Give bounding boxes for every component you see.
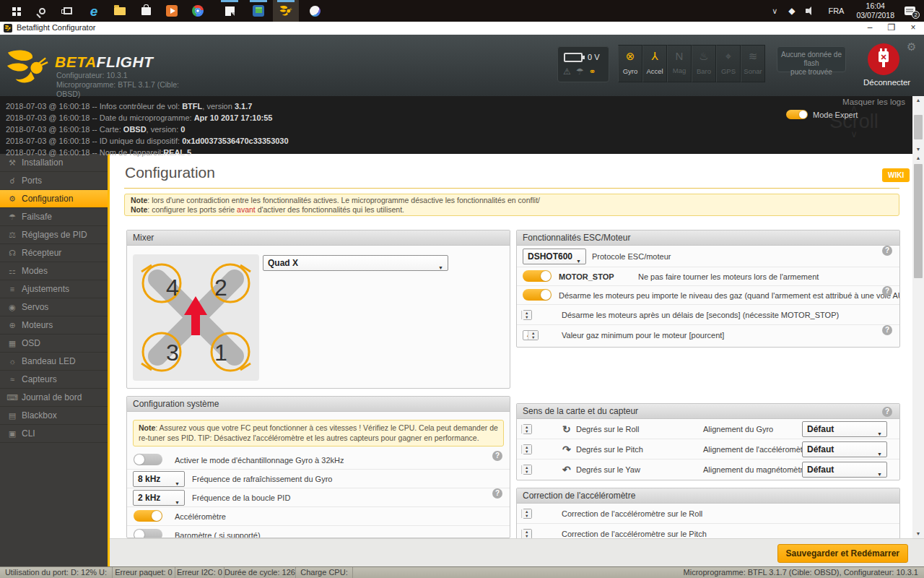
scroll-down-icon[interactable]: ▼ [912, 530, 924, 538]
settings-gear-icon[interactable]: ⚙ [907, 40, 916, 53]
sidebar-item-sensors[interactable]: ≈Capteurs [0, 371, 108, 389]
content-scrollbar[interactable]: ▲ ▼ [912, 154, 924, 538]
sidebar-item-adjustments[interactable]: ≡Ajustements [0, 280, 108, 298]
gyro-frequency-select[interactable]: 8 kHz [133, 471, 185, 487]
disconnect-label: Déconnecter [863, 78, 904, 87]
accel-alignment-select[interactable]: Défaut [802, 441, 887, 457]
help-icon[interactable]: ? [882, 246, 892, 256]
mixer-panel-header: Mixer [127, 230, 510, 246]
sidebar-item-pid[interactable]: ⚖Réglages de PID [0, 226, 108, 244]
min-throttle-input[interactable]: 4,5▲▼ [523, 330, 539, 340]
failsafe-icon: ☂ [576, 66, 584, 77]
gyro-alignment-select[interactable]: Défaut [802, 421, 887, 437]
sidebar-item-servos[interactable]: ◉Servos [0, 298, 108, 316]
edge-icon[interactable]: e [81, 0, 107, 22]
content-footer: Sauvegarder et Redémarrer [110, 538, 924, 566]
gyro-32khz-toggle[interactable] [134, 454, 162, 465]
app-icon [4, 24, 12, 33]
start-icon[interactable] [3, 0, 29, 22]
help-icon[interactable]: ? [882, 325, 892, 335]
sensors-icon: ≈ [6, 371, 18, 389]
esc-protocol-row: DSHOT600 Protocole ESC/moteur ? [517, 246, 899, 267]
sidebar-item-osd[interactable]: ▦OSD [0, 335, 108, 353]
task-view-icon[interactable] [55, 0, 81, 22]
terminal-icon: ▣ [6, 425, 18, 443]
barometer-toggle[interactable] [134, 529, 162, 539]
accel-trim-roll-input[interactable]: 0▲▼ [523, 509, 532, 519]
log-scrollbar[interactable]: ▲ ▼ [912, 96, 924, 154]
sidebar-item-ports[interactable]: ☌Ports [0, 172, 108, 190]
spinner-icon[interactable]: ▲▼ [521, 311, 531, 319]
scroll-up-icon[interactable]: ▲ [912, 96, 924, 105]
sidebar-item-motors[interactable]: ⊕Moteurs [0, 316, 108, 335]
expert-mode-toggle[interactable] [786, 110, 808, 119]
betaflight-taskbar-icon[interactable] [273, 0, 299, 22]
spinner-icon[interactable]: ▲▼ [521, 445, 531, 454]
motor-2-number: 2 [214, 275, 227, 301]
spinner-icon[interactable]: ▲▼ [521, 425, 531, 434]
content-scrollbar-thumb[interactable] [914, 164, 923, 278]
file-explorer-icon[interactable] [107, 0, 133, 22]
spinner-icon[interactable]: ▲▼ [528, 331, 538, 340]
help-icon[interactable]: ? [492, 488, 502, 499]
betaflight-logo-bee [6, 45, 49, 90]
maximize-button[interactable]: ❐ [881, 22, 902, 35]
sidebar-item-modes[interactable]: ⚏Modes [0, 262, 108, 280]
paint3d-icon[interactable] [302, 0, 328, 22]
sidebar-item-configuration[interactable]: ⚙Configuration [0, 190, 108, 208]
disconnect-button[interactable]: ✕ Déconnecter [863, 43, 904, 87]
roll-degrees-input[interactable]: 0▲▼ [523, 424, 532, 434]
store-icon[interactable] [133, 0, 159, 22]
spinner-icon[interactable]: ▲▼ [521, 530, 531, 538]
help-icon[interactable]: ? [492, 451, 502, 461]
volume-icon[interactable] [806, 7, 816, 15]
help-icon[interactable]: ? [882, 407, 892, 417]
esc-protocol-select[interactable]: DSHOT600 [523, 249, 586, 264]
tray-chevron-icon[interactable]: ∨ [766, 7, 783, 16]
flash-data-button[interactable]: Aucune donnée de flash puce trouvée [777, 46, 846, 72]
disarm-toggle[interactable] [523, 289, 552, 301]
log-scrollbar-thumb[interactable] [914, 115, 923, 139]
gps-icon: ⌖ [717, 50, 740, 63]
help-icon[interactable]: ? [882, 286, 892, 296]
motor-3-number: 3 [166, 340, 179, 366]
motor-stop-toggle[interactable] [523, 270, 552, 282]
pid-frequency-select[interactable]: 2 kHz [133, 490, 185, 506]
esc-motor-header: Fonctionnalités ESC/Moteur [517, 230, 899, 246]
money-icon[interactable] [245, 0, 271, 22]
page-title: Configuration [125, 164, 215, 181]
spinner-icon[interactable]: ▲▼ [521, 465, 531, 474]
disarm-delay-input[interactable]: 5▲▼ [523, 310, 532, 320]
main-content: Configuration WIKI Note: lors d'une cont… [110, 154, 924, 566]
spinner-icon[interactable]: ▲▼ [521, 509, 531, 518]
scroll-down-icon[interactable]: ▼ [912, 145, 924, 154]
wiki-button[interactable]: WIKI [882, 168, 910, 182]
sidebar-item-cli[interactable]: ▣CLI [0, 425, 108, 443]
notes-icon[interactable] [217, 0, 243, 22]
movies-icon[interactable] [159, 0, 185, 22]
dropbox-icon[interactable]: ◆ [783, 6, 800, 16]
pitch-degrees-input[interactable]: 0▲▼ [523, 444, 532, 454]
language-indicator[interactable]: FRA [821, 7, 850, 15]
mag-alignment-select[interactable]: Défaut [802, 462, 887, 478]
sidebar-item-failsafe[interactable]: ☂Failsafe [0, 208, 108, 226]
sidebar-item-led[interactable]: ☼Bandeau LED [0, 353, 108, 371]
system-note: Note: Assurez vous que votre FC peut fon… [133, 420, 504, 447]
mixer-select[interactable]: Quad X [263, 255, 448, 271]
accel-trim-pitch-input[interactable]: 0▲▼ [523, 529, 532, 539]
accelerometer-toggle[interactable] [134, 510, 162, 522]
osd-icon: ▦ [6, 335, 18, 353]
chrome-icon[interactable] [185, 0, 211, 22]
search-icon[interactable] [29, 0, 55, 22]
sidebar-item-logbook[interactable]: ⌨Journal de bord [0, 389, 108, 407]
sidebar-item-receiver[interactable]: ☊Récepteur [0, 244, 108, 262]
sidebar-item-blackbox[interactable]: ▤Blackbox [0, 407, 108, 425]
notification-icon[interactable]: 2 [905, 7, 915, 15]
pid-tuning-icon: ⚖ [6, 226, 18, 244]
yaw-degrees-input[interactable]: 0▲▼ [523, 465, 532, 475]
close-button[interactable]: × [902, 22, 924, 35]
clock[interactable]: 16:04 03/07/2018 [850, 1, 900, 20]
save-reboot-button[interactable]: Sauvegarder et Redémarrer [777, 544, 908, 563]
accel-trim-roll-row: 0▲▼ Correction de l'accéléromètre sur le… [517, 504, 899, 524]
minimize-button[interactable]: – [859, 22, 881, 35]
